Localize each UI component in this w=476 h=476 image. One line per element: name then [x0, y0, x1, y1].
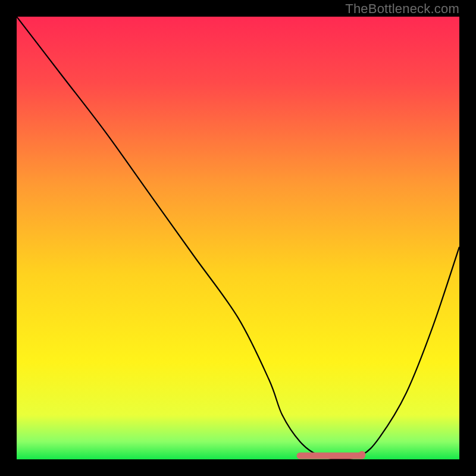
- chart-frame: [17, 17, 459, 459]
- optimal-point-dot: [358, 451, 365, 458]
- gradient-background: [17, 17, 459, 459]
- watermark-text: TheBottleneck.com: [345, 1, 459, 17]
- bottleneck-chart: [17, 17, 459, 459]
